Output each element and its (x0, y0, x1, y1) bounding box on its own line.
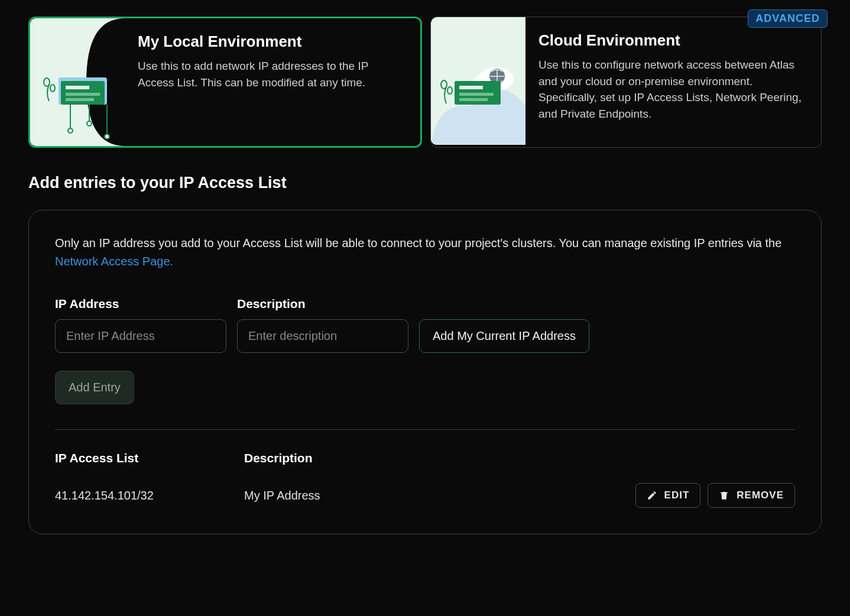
remove-button[interactable]: REMOVE (708, 483, 795, 508)
advanced-badge: ADVANCED (748, 9, 828, 28)
svg-rect-19 (459, 86, 483, 89)
add-entry-button[interactable]: Add Entry (55, 371, 134, 404)
panel-intro: Only an IP address you add to your Acces… (55, 234, 795, 271)
section-heading: Add entries to your IP Access List (28, 174, 822, 192)
ip-list-headers: IP Access List Description (55, 451, 795, 465)
svg-rect-5 (66, 98, 94, 101)
card-local-environment[interactable]: My Local Environment Use this to add net… (28, 17, 422, 148)
svg-rect-3 (66, 86, 89, 89)
description-label: Description (237, 297, 408, 311)
add-current-ip-button[interactable]: Add My Current IP Address (419, 319, 589, 353)
svg-point-11 (105, 134, 109, 139)
card-cloud-environment[interactable]: Cloud Environment Use this to configure … (430, 17, 822, 148)
ip-list-header-ip: IP Access List (55, 451, 209, 465)
add-ip-form-row: IP Address Description Add My Current IP… (55, 297, 795, 353)
svg-rect-4 (66, 93, 100, 96)
ip-address-input[interactable] (55, 319, 226, 353)
ip-list-row-ip: 41.142.154.101/32 (55, 489, 209, 502)
environment-cards: My Local Environment Use this to add net… (28, 17, 822, 148)
svg-rect-21 (459, 98, 488, 101)
divider (55, 429, 795, 430)
card-local-title: My Local Environment (138, 33, 405, 51)
pencil-icon (647, 490, 657, 501)
edit-button[interactable]: EDIT (635, 483, 701, 508)
ip-list-header-desc: Description (244, 451, 795, 465)
local-environment-illustration (30, 18, 125, 146)
ip-list-row: 41.142.154.101/32 My IP Address EDIT REM… (55, 483, 795, 508)
svg-rect-20 (459, 93, 494, 96)
panel-intro-text: Only an IP address you add to your Acces… (55, 236, 781, 249)
card-cloud-title: Cloud Environment (538, 31, 806, 50)
description-input[interactable] (237, 319, 408, 353)
ip-access-panel: Only an IP address you add to your Acces… (28, 210, 822, 534)
svg-point-10 (87, 121, 92, 126)
ip-address-label: IP Address (55, 297, 226, 311)
card-local-desc: Use this to add network IP addresses to … (138, 58, 405, 90)
svg-point-9 (68, 128, 73, 133)
edit-button-label: EDIT (664, 489, 690, 501)
trash-icon (719, 490, 729, 501)
cloud-environment-illustration (431, 17, 525, 145)
remove-button-label: REMOVE (737, 489, 784, 501)
network-access-page-link[interactable]: Network Access Page. (55, 255, 173, 268)
card-cloud-desc: Use this to configure network access bet… (538, 57, 806, 122)
ip-list-row-desc: My IP Address (209, 489, 635, 502)
